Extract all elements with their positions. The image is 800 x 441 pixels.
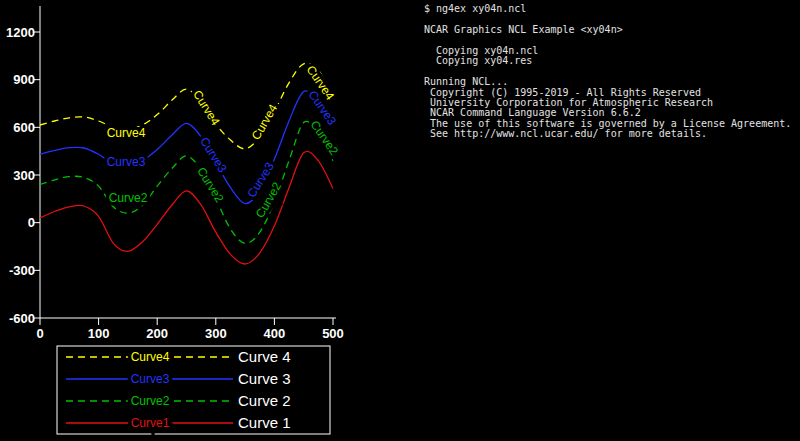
legend-entry-label: Curve 2 xyxy=(238,392,291,409)
terminal-line: NCAR Graphics NCL Example <xy04n> xyxy=(424,25,796,35)
x-tick-label: 400 xyxy=(264,326,286,341)
terminal-output[interactable]: $ ng4ex xy04n.nclNCAR Graphics NCL Examp… xyxy=(424,4,796,140)
curve-label: Curve2 xyxy=(307,118,341,158)
terminal-line: Running NCL... xyxy=(424,77,796,87)
curve-label: Curve2 xyxy=(109,191,148,205)
legend-entry-label: Curve 1 xyxy=(238,414,291,431)
x-tick-label: 300 xyxy=(205,326,227,341)
plot-axes: 12009006003000-300-6000100200300400500 xyxy=(6,6,344,341)
legend-sample-label: Curve4 xyxy=(131,350,170,364)
x-tick-label: 500 xyxy=(322,326,344,341)
legend-entry-label: Curve 4 xyxy=(238,348,291,365)
y-tick-label: -600 xyxy=(9,311,35,326)
terminal-line: See http://www.ncl.ucar.edu/ for more de… xyxy=(424,129,796,139)
legend-sample-label: Curve3 xyxy=(131,372,170,386)
terminal-line: Copying xy04.res xyxy=(424,56,796,66)
curve-label: Curve4 xyxy=(249,101,281,142)
curve-line-1 xyxy=(40,151,333,264)
y-tick-label: 900 xyxy=(13,72,35,87)
y-tick-label: 600 xyxy=(13,120,35,135)
x-tick-label: 100 xyxy=(88,326,110,341)
y-tick-label: 1200 xyxy=(6,25,35,40)
curve-label: Curve4 xyxy=(190,88,223,129)
x-tick-label: 0 xyxy=(36,326,43,341)
plot-curves xyxy=(40,63,333,264)
curve-inline-labels: Curve4Curve3Curve2Curve4Curve3Curve2Curv… xyxy=(107,63,342,220)
screen: 12009006003000-300-6000100200300400500 C… xyxy=(0,0,800,441)
legend-sample-label: Curve1 xyxy=(131,416,170,430)
xy-plot: 12009006003000-300-6000100200300400500 C… xyxy=(0,0,360,441)
y-tick-label: -300 xyxy=(9,263,35,278)
legend-entry-label: Curve 3 xyxy=(238,370,291,387)
curve-label: Curve3 xyxy=(107,155,146,169)
terminal-line: $ ng4ex xy04n.ncl xyxy=(424,4,796,14)
curve-label: Curve4 xyxy=(107,126,146,140)
y-tick-label: 300 xyxy=(13,168,35,183)
y-tick-label: 0 xyxy=(28,215,35,230)
curve-line-4 xyxy=(40,63,333,149)
legend-sample-label: Curve2 xyxy=(131,394,170,408)
plot-legend: Curve4Curve 4Curve3Curve 3Curve2Curve 2C… xyxy=(57,346,330,434)
curve-line-2 xyxy=(40,121,333,243)
x-tick-label: 200 xyxy=(146,326,168,341)
